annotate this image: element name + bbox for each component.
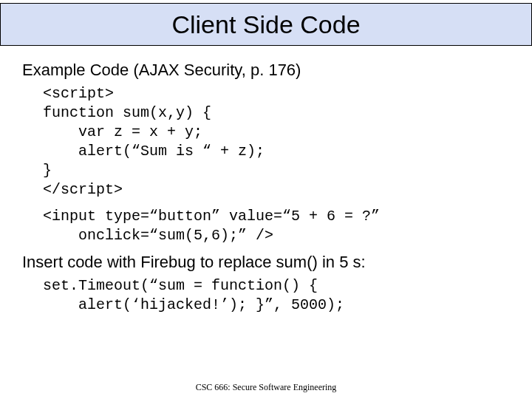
title-bar: Client Side Code — [0, 3, 532, 46]
code-line: alert(‘hijacked!’); }”, 5000); — [43, 296, 510, 315]
example-heading: Example Code (AJAX Security, p. 176) — [22, 61, 510, 80]
code-block-input: <input type=“button” value=“5 + 6 = ?” o… — [43, 207, 510, 245]
slide-body: Example Code (AJAX Security, p. 176) <sc… — [0, 46, 532, 315]
firebug-heading: Insert code with Firebug to replace sum(… — [22, 253, 510, 272]
slide-title: Client Side Code — [171, 10, 360, 39]
code-block-timeout: set.Timeout(“sum = function() { alert(‘h… — [43, 276, 510, 315]
slide-footer: CSC 666: Secure Software Engineering — [0, 382, 532, 393]
code-line: <input type=“button” value=“5 + 6 = ?” — [43, 207, 510, 226]
code-line: set.Timeout(“sum = function() { — [43, 276, 510, 296]
code-block-script: <script> function sum(x,y) { var z = x +… — [43, 84, 510, 200]
code-line: onclick=“sum(5,6);” /> — [43, 226, 510, 245]
